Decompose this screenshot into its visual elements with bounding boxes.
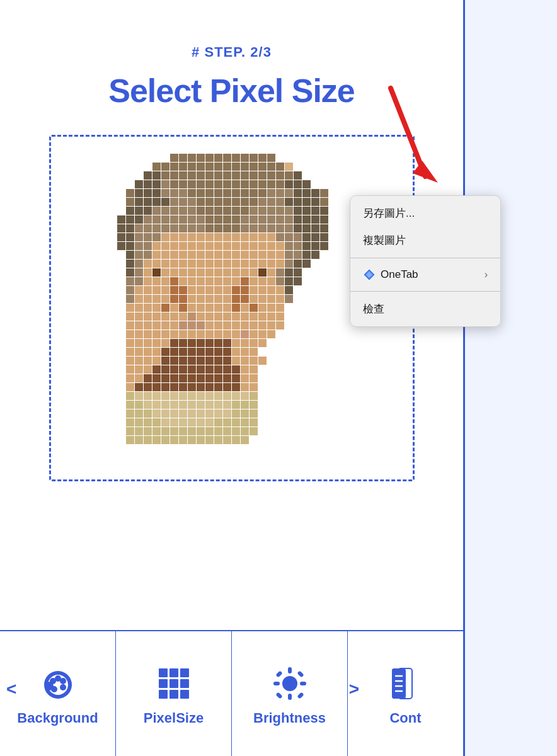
svg-point-8 bbox=[60, 678, 66, 684]
nav-arrow-right[interactable]: > bbox=[343, 673, 365, 706]
toolbar-label-background: Background bbox=[17, 710, 98, 726]
context-menu-divider-2 bbox=[350, 291, 500, 292]
svg-rect-26 bbox=[275, 670, 282, 677]
svg-point-9 bbox=[60, 684, 66, 690]
palette-icon bbox=[39, 665, 77, 702]
toolbar-item-brightness[interactable]: Brightness bbox=[232, 631, 348, 756]
context-menu-onetab[interactable]: OneTab › bbox=[350, 262, 500, 287]
step-label: # STEP. 2/3 bbox=[0, 0, 463, 60]
svg-rect-13 bbox=[169, 668, 178, 677]
svg-rect-29 bbox=[297, 692, 304, 699]
context-menu-save[interactable]: 另存圖片... bbox=[350, 200, 500, 227]
svg-rect-23 bbox=[288, 694, 292, 700]
context-menu-inspect[interactable]: 檢查 bbox=[350, 295, 500, 323]
toolbar-label-pixelsize: PixelSize bbox=[144, 710, 204, 726]
svg-rect-25 bbox=[300, 682, 306, 685]
svg-rect-22 bbox=[288, 667, 292, 673]
svg-rect-20 bbox=[180, 690, 189, 699]
svg-rect-18 bbox=[159, 690, 168, 699]
context-menu-copy[interactable]: 複製圖片 bbox=[350, 227, 500, 254]
svg-line-0 bbox=[391, 88, 425, 176]
svg-rect-24 bbox=[273, 682, 280, 685]
svg-rect-12 bbox=[159, 668, 168, 677]
svg-rect-27 bbox=[297, 670, 304, 677]
contrast-icon bbox=[387, 665, 425, 702]
svg-marker-1 bbox=[413, 161, 438, 183]
onetab-icon bbox=[363, 268, 376, 281]
context-menu-divider-1 bbox=[350, 258, 500, 258]
svg-rect-17 bbox=[180, 679, 189, 688]
grid-icon bbox=[155, 665, 193, 702]
sun-icon bbox=[271, 665, 309, 702]
svg-rect-15 bbox=[159, 679, 168, 688]
svg-rect-19 bbox=[169, 690, 178, 699]
toolbar-label-brightness: Brightness bbox=[253, 710, 326, 726]
svg-point-11 bbox=[45, 682, 54, 690]
svg-rect-32 bbox=[392, 668, 406, 699]
arrow-icon: › bbox=[485, 269, 488, 280]
toolbar-label-contrast: Cont bbox=[389, 710, 421, 726]
nav-arrow-left[interactable]: < bbox=[0, 673, 23, 706]
toolbar-item-pixelsize[interactable]: PixelSize bbox=[116, 631, 232, 756]
svg-point-21 bbox=[282, 676, 297, 691]
toolbar: Background PixelSize bbox=[0, 630, 463, 756]
svg-rect-28 bbox=[275, 692, 282, 699]
red-arrow bbox=[372, 76, 447, 202]
right-panel bbox=[463, 0, 557, 756]
context-menu: 另存圖片... 複製圖片 OneTab › 檢查 bbox=[350, 195, 501, 327]
pixel-art-image bbox=[100, 147, 364, 469]
svg-rect-14 bbox=[180, 668, 189, 677]
svg-rect-16 bbox=[169, 679, 178, 688]
